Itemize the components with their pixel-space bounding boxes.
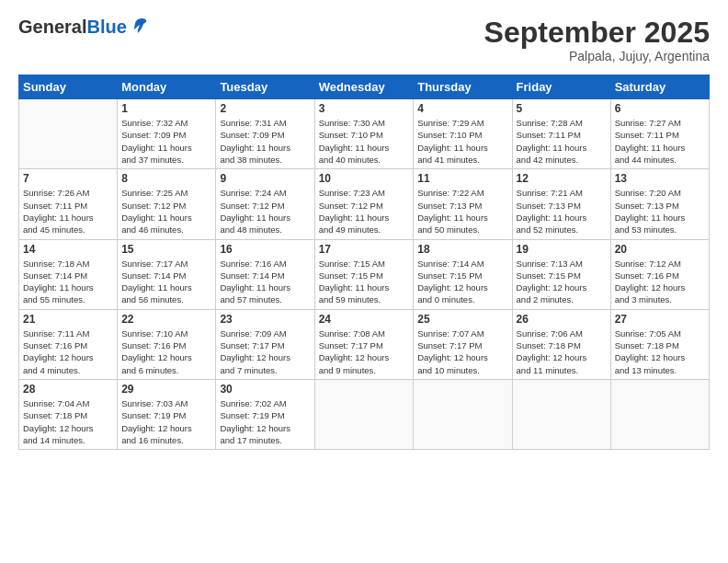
day-info: Sunrise: 7:24 AMSunset: 7:12 PMDaylight:… [220,187,310,236]
day-number: 10 [319,172,410,185]
logo-blue: Blue [86,17,126,37]
day-info: Sunrise: 7:06 AMSunset: 7:18 PMDaylight:… [517,327,607,376]
day-info: Sunrise: 7:29 AMSunset: 7:10 PMDaylight:… [417,117,507,166]
bird-icon [129,16,149,36]
header-friday: Friday [512,75,610,99]
day-info: Sunrise: 7:28 AMSunset: 7:11 PMDaylight:… [517,117,607,166]
title-block: September 2025 Palpala, Jujuy, Argentina [484,17,710,63]
calendar-cell: 15Sunrise: 7:17 AMSunset: 7:14 PMDayligh… [118,239,216,309]
header: GeneralBlue September 2025 Palpala, Juju… [18,17,710,63]
header-thursday: Thursday [414,75,512,99]
day-info: Sunrise: 7:05 AMSunset: 7:18 PMDaylight:… [615,327,705,376]
day-number: 20 [615,243,705,256]
day-number: 21 [23,313,113,326]
calendar-week-2: 7Sunrise: 7:26 AMSunset: 7:11 PMDaylight… [19,169,710,239]
calendar: Sunday Monday Tuesday Wednesday Thursday… [18,75,710,450]
day-info: Sunrise: 7:30 AMSunset: 7:10 PMDaylight:… [319,117,410,166]
day-info: Sunrise: 7:03 AMSunset: 7:19 PMDaylight:… [121,397,211,446]
calendar-cell: 22Sunrise: 7:10 AMSunset: 7:16 PMDayligh… [118,309,216,379]
calendar-cell [414,379,512,449]
calendar-cell: 28Sunrise: 7:04 AMSunset: 7:18 PMDayligh… [19,379,118,449]
calendar-cell: 17Sunrise: 7:15 AMSunset: 7:15 PMDayligh… [314,239,414,309]
day-info: Sunrise: 7:14 AMSunset: 7:15 PMDaylight:… [417,258,507,306]
day-info: Sunrise: 7:13 AMSunset: 7:15 PMDaylight:… [517,258,607,306]
calendar-cell: 7Sunrise: 7:26 AMSunset: 7:11 PMDaylight… [19,169,118,239]
day-number: 16 [220,243,310,256]
calendar-cell: 4Sunrise: 7:29 AMSunset: 7:10 PMDaylight… [414,99,512,169]
header-tuesday: Tuesday [216,75,314,99]
month-year: September 2025 [484,17,710,49]
calendar-cell: 9Sunrise: 7:24 AMSunset: 7:12 PMDaylight… [216,169,314,239]
day-info: Sunrise: 7:21 AMSunset: 7:13 PMDaylight:… [517,187,607,236]
calendar-cell: 25Sunrise: 7:07 AMSunset: 7:17 PMDayligh… [414,309,512,379]
day-info: Sunrise: 7:22 AMSunset: 7:13 PMDaylight:… [417,187,507,236]
calendar-cell: 24Sunrise: 7:08 AMSunset: 7:17 PMDayligh… [314,309,414,379]
day-info: Sunrise: 7:18 AMSunset: 7:14 PMDaylight:… [23,258,113,306]
calendar-cell: 20Sunrise: 7:12 AMSunset: 7:16 PMDayligh… [610,239,709,309]
calendar-cell: 19Sunrise: 7:13 AMSunset: 7:15 PMDayligh… [512,239,610,309]
calendar-cell: 27Sunrise: 7:05 AMSunset: 7:18 PMDayligh… [610,309,709,379]
day-info: Sunrise: 7:32 AMSunset: 7:09 PMDaylight:… [121,117,211,166]
day-number: 24 [319,313,410,326]
page: GeneralBlue September 2025 Palpala, Juju… [0,0,728,563]
day-number: 26 [517,313,607,326]
day-info: Sunrise: 7:10 AMSunset: 7:16 PMDaylight:… [121,327,211,376]
day-number: 12 [517,172,607,185]
calendar-cell: 18Sunrise: 7:14 AMSunset: 7:15 PMDayligh… [414,239,512,309]
day-number: 1 [121,102,211,115]
logo-general: General [18,17,86,37]
calendar-cell [19,99,118,169]
day-number: 7 [23,172,113,185]
day-info: Sunrise: 7:04 AMSunset: 7:18 PMDaylight:… [23,397,113,446]
day-number: 23 [220,313,310,326]
calendar-cell [512,379,610,449]
calendar-cell: 23Sunrise: 7:09 AMSunset: 7:17 PMDayligh… [216,309,314,379]
day-info: Sunrise: 7:15 AMSunset: 7:15 PMDaylight:… [319,258,410,306]
day-number: 18 [417,243,507,256]
day-number: 13 [615,172,705,185]
day-info: Sunrise: 7:12 AMSunset: 7:16 PMDaylight:… [615,258,705,306]
day-number: 15 [121,243,211,256]
calendar-week-3: 14Sunrise: 7:18 AMSunset: 7:14 PMDayligh… [19,239,710,309]
calendar-cell: 21Sunrise: 7:11 AMSunset: 7:16 PMDayligh… [19,309,118,379]
calendar-cell: 12Sunrise: 7:21 AMSunset: 7:13 PMDayligh… [512,169,610,239]
logo: GeneralBlue [18,17,149,37]
calendar-cell: 2Sunrise: 7:31 AMSunset: 7:09 PMDaylight… [216,99,314,169]
calendar-cell: 5Sunrise: 7:28 AMSunset: 7:11 PMDaylight… [512,99,610,169]
day-number: 27 [615,313,705,326]
day-number: 30 [220,383,310,396]
day-info: Sunrise: 7:07 AMSunset: 7:17 PMDaylight:… [417,327,507,376]
day-number: 4 [417,102,507,115]
day-number: 2 [220,102,310,115]
day-info: Sunrise: 7:31 AMSunset: 7:09 PMDaylight:… [220,117,310,166]
calendar-cell: 30Sunrise: 7:02 AMSunset: 7:19 PMDayligh… [216,379,314,449]
calendar-cell: 1Sunrise: 7:32 AMSunset: 7:09 PMDaylight… [118,99,216,169]
day-number: 19 [517,243,607,256]
calendar-header-row: Sunday Monday Tuesday Wednesday Thursday… [19,75,710,99]
day-number: 11 [417,172,507,185]
day-info: Sunrise: 7:02 AMSunset: 7:19 PMDaylight:… [220,397,310,446]
calendar-week-1: 1Sunrise: 7:32 AMSunset: 7:09 PMDaylight… [19,99,710,169]
day-info: Sunrise: 7:27 AMSunset: 7:11 PMDaylight:… [615,117,705,166]
calendar-week-5: 28Sunrise: 7:04 AMSunset: 7:18 PMDayligh… [19,379,710,449]
day-info: Sunrise: 7:20 AMSunset: 7:13 PMDaylight:… [615,187,705,236]
calendar-cell: 29Sunrise: 7:03 AMSunset: 7:19 PMDayligh… [118,379,216,449]
day-info: Sunrise: 7:16 AMSunset: 7:14 PMDaylight:… [220,258,310,306]
day-number: 6 [615,102,705,115]
day-info: Sunrise: 7:26 AMSunset: 7:11 PMDaylight:… [23,187,113,236]
calendar-cell: 11Sunrise: 7:22 AMSunset: 7:13 PMDayligh… [414,169,512,239]
header-saturday: Saturday [610,75,709,99]
calendar-cell: 16Sunrise: 7:16 AMSunset: 7:14 PMDayligh… [216,239,314,309]
calendar-cell: 3Sunrise: 7:30 AMSunset: 7:10 PMDaylight… [314,99,414,169]
calendar-cell: 10Sunrise: 7:23 AMSunset: 7:12 PMDayligh… [314,169,414,239]
calendar-cell [610,379,709,449]
day-info: Sunrise: 7:08 AMSunset: 7:17 PMDaylight:… [319,327,410,376]
day-number: 14 [23,243,113,256]
header-wednesday: Wednesday [314,75,414,99]
day-number: 3 [319,102,410,115]
day-info: Sunrise: 7:09 AMSunset: 7:17 PMDaylight:… [220,327,310,376]
calendar-cell: 14Sunrise: 7:18 AMSunset: 7:14 PMDayligh… [19,239,118,309]
calendar-cell: 8Sunrise: 7:25 AMSunset: 7:12 PMDaylight… [118,169,216,239]
day-number: 17 [319,243,410,256]
day-number: 29 [121,383,211,396]
